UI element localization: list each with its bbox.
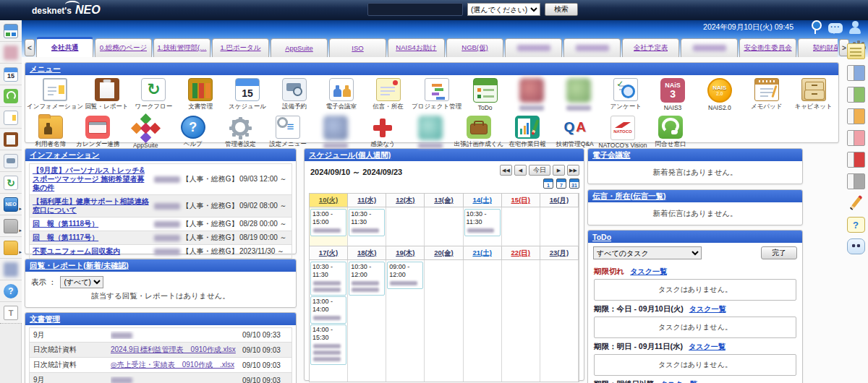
schedule-event[interactable]: 10:30 - 12:00 xyxy=(349,262,385,296)
day-cell[interactable]: 10:30 - 11:30 xyxy=(464,207,502,246)
todo-done-button[interactable]: 完了 xyxy=(761,246,797,259)
sidebar-item-schedule[interactable] xyxy=(0,64,22,85)
menu-item-appsuite[interactable]: AppSuite xyxy=(122,116,169,149)
todo-task-list-link[interactable]: タスク一覧 xyxy=(660,379,697,383)
menu-item-note[interactable]: 伝言・所在 xyxy=(365,78,412,111)
menu-item-users-folder[interactable]: 利用者名簿 xyxy=(27,116,75,149)
day-cell[interactable]: 09:00 - 12:00 xyxy=(386,260,425,382)
menu-item-board[interactable]: インフォメーション xyxy=(27,78,83,111)
portal-tab-3[interactable]: 1.技術管理部(… xyxy=(153,38,210,57)
todo-task-list-link[interactable]: タスク一覧 xyxy=(630,267,667,277)
day-header-link[interactable]: 22(日) xyxy=(511,249,530,257)
day-header-link[interactable]: 12(木) xyxy=(396,196,414,204)
sidebar-item-text-size[interactable] xyxy=(0,302,22,324)
portal-tab-7[interactable]: NAIS4お助け xyxy=(388,38,445,57)
sidebar-item-folder-yellow[interactable] xyxy=(0,237,22,259)
todo-task-list-link[interactable]: タスク一覧 xyxy=(689,304,726,314)
day-cell[interactable] xyxy=(502,260,540,382)
sidebar-item-folder-gray[interactable] xyxy=(0,215,22,237)
document-file-link[interactable] xyxy=(111,376,242,383)
day-cell[interactable]: 10:30 - 11:3013:00 - 14:0014:00 - 15:30 xyxy=(310,260,348,382)
sidebar-item-circular-report[interactable] xyxy=(0,129,22,150)
menu-item-nais2[interactable]: NAIS2.0 xyxy=(696,78,743,111)
forum-panel-title[interactable]: 電子会議室 xyxy=(592,150,631,160)
search-input[interactable] xyxy=(367,3,463,16)
schedule-prev-week-button[interactable]: ◀◀ xyxy=(500,165,512,176)
todo-panel-title[interactable]: ToDo xyxy=(592,233,611,241)
chat-bubble-icon[interactable] xyxy=(828,23,843,33)
documents-panel-title[interactable]: 文書管理 xyxy=(30,314,60,324)
day-cell[interactable]: 13:00 - 15:00 xyxy=(310,207,348,246)
day-cell[interactable] xyxy=(425,260,463,382)
day-cell[interactable] xyxy=(502,207,540,246)
information-panel-title[interactable]: インフォメーション xyxy=(30,150,99,160)
document-file-link[interactable] xyxy=(111,331,242,339)
menu-item-qa[interactable]: 技術管理Q&A xyxy=(551,116,599,149)
portal-tab-9[interactable] xyxy=(505,38,562,57)
menu-item-blur-blue[interactable] xyxy=(312,116,359,149)
right-sidebar-tab-pink-icon[interactable] xyxy=(847,130,865,146)
day-cell[interactable] xyxy=(425,207,463,246)
information-title-link[interactable]: 回 報（第1118号） xyxy=(30,218,154,231)
menu-item-cal-link[interactable]: カレンダー連携 xyxy=(75,116,122,149)
search-scope-select[interactable]: (選んでください) xyxy=(467,3,540,16)
day-header-link[interactable]: 18(水) xyxy=(357,249,376,257)
schedule-event[interactable]: 10:30 - 11:30 xyxy=(464,209,501,236)
document-file-link[interactable]: ◎売上受注・実績表 0910作成 .xlsx xyxy=(111,360,242,370)
day-header-link[interactable]: 11(水) xyxy=(357,196,376,204)
portal-tab-2[interactable]: 0.総務のページ xyxy=(95,38,152,57)
portal-tab-8[interactable]: NGB(仮) xyxy=(446,38,503,57)
portal-tab-14[interactable]: 契約財産 xyxy=(798,38,838,57)
menu-item-help[interactable]: ヘルプ xyxy=(169,116,217,149)
menu-item-report[interactable]: 在宅作業日報 xyxy=(503,116,551,149)
circular-panel-title[interactable]: 回覧・レポート(新着/未確認) xyxy=(30,261,129,271)
day-header-link[interactable]: 15(日) xyxy=(511,196,530,204)
messages-panel-title[interactable]: 伝言・所在(伝言一覧) xyxy=(592,192,666,202)
portal-tab-13[interactable]: 安全衛生委員会 xyxy=(739,38,796,57)
menu-item-blur-green[interactable] xyxy=(556,78,603,111)
menu-item-cross[interactable]: 感染なう xyxy=(359,116,407,149)
todo-filter-select[interactable]: すべてのタスク xyxy=(593,246,702,259)
menu-item-natoco[interactable]: NATOCO's Vision xyxy=(599,116,647,149)
schedule-view-1-day-icon[interactable]: 1 xyxy=(543,178,553,189)
menu-item-clipboard[interactable]: 回覧・レポート xyxy=(83,78,130,111)
menu-item-cabinet[interactable]: キャビネット xyxy=(790,78,837,111)
menu-item-people[interactable]: 電子会議室 xyxy=(318,78,365,111)
menu-item-gantt[interactable]: プロジェクト管理 xyxy=(412,78,461,111)
sidebar-item-workflow[interactable] xyxy=(0,172,22,194)
schedule-prev-day-button[interactable]: ◀ xyxy=(514,165,527,176)
menu-item-projector[interactable]: 設備予約 xyxy=(271,78,318,111)
schedule-event[interactable]: 09:00 - 12:00 xyxy=(387,262,423,289)
menu-item-gear-menu[interactable]: 設定メニュー xyxy=(264,116,312,149)
menu-item-blur-red[interactable] xyxy=(509,78,556,111)
right-sidebar-memo-icon[interactable] xyxy=(847,43,865,59)
schedule-next-week-button[interactable]: ▶▶ xyxy=(567,165,579,176)
menu-item-nais3[interactable]: NAIS3 xyxy=(650,78,697,111)
sidebar-item-information[interactable] xyxy=(0,107,22,129)
schedule-event[interactable]: 10:30 - 11:30 xyxy=(310,262,346,296)
day-cell[interactable] xyxy=(464,260,502,382)
portal-tab-4[interactable]: 1.巴ポータル xyxy=(212,38,269,57)
schedule-next-day-button[interactable]: ▶ xyxy=(553,165,565,176)
user-profile-icon[interactable] xyxy=(848,20,862,35)
information-title-link[interactable]: 【9月度】パーソナルストレッチ&スポーツマッサージ 施術希望者募集の件 xyxy=(30,164,154,194)
right-sidebar-pencil-icon[interactable] xyxy=(847,195,865,211)
schedule-today-button[interactable]: 今日 xyxy=(529,165,550,176)
information-title-link[interactable]: 回 報（第1117号） xyxy=(30,231,154,244)
sidebar-item-app-blurred[interactable] xyxy=(0,42,22,64)
schedule-view-7-day-icon[interactable]: 7 xyxy=(556,178,566,189)
schedule-panel-title[interactable]: スケジュール(個人週間) xyxy=(309,150,391,160)
day-header-link[interactable]: 14(土) xyxy=(472,196,491,204)
day-header-link[interactable]: 16(月) xyxy=(550,196,569,204)
schedule-event[interactable]: 10:30 - 11:30 xyxy=(349,209,385,236)
right-sidebar-tab-blue-icon[interactable] xyxy=(847,65,865,81)
day-header-link[interactable]: 23(月) xyxy=(550,249,569,257)
sidebar-item-inquiry[interactable] xyxy=(0,85,22,107)
menu-item-briefcase[interactable]: 出張計画作成くん xyxy=(454,116,503,149)
sidebar-item-neo[interactable] xyxy=(0,194,22,215)
day-cell[interactable]: 10:30 - 11:30 xyxy=(348,207,386,246)
schedule-event[interactable]: 13:00 - 15:00 xyxy=(310,209,346,236)
portal-tab-6[interactable]: ISO xyxy=(329,38,386,57)
menu-item-headset[interactable]: 問合せ窓口 xyxy=(647,116,694,149)
day-cell[interactable] xyxy=(540,260,579,382)
